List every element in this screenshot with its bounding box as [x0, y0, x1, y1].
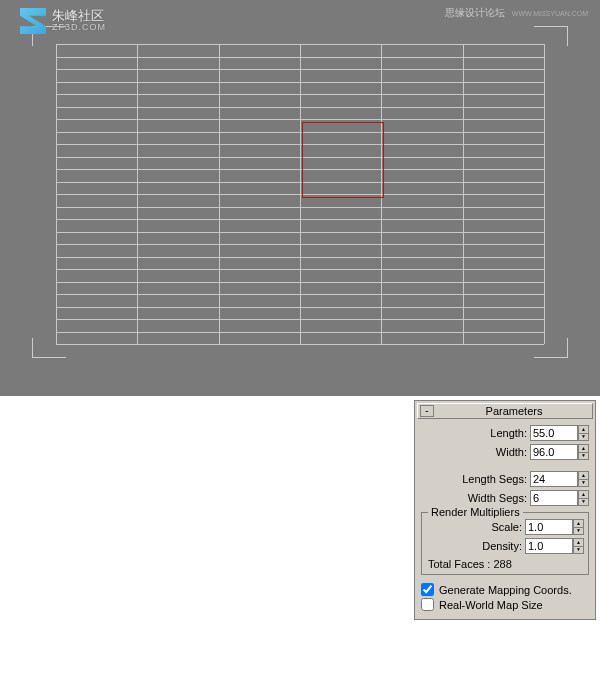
width-input[interactable] [530, 444, 578, 460]
length-input[interactable] [530, 425, 578, 441]
watermark-right: 思缘设计论坛 WWW.MISSYUAN.COM [445, 6, 588, 20]
total-faces-label: Total Faces : 288 [426, 558, 584, 570]
widthsegs-spinner[interactable]: ▲ ▼ [530, 490, 589, 506]
length-label: Length: [490, 427, 527, 439]
watermark-forum-url: WWW.MISSYUAN.COM [512, 10, 588, 17]
width-spinner[interactable]: ▲ ▼ [530, 444, 589, 460]
viewport[interactable]: 朱峰社区 ZF3D.COM 思缘设计论坛 WWW.MISSYUAN.COM [0, 0, 600, 396]
spinner-down-icon[interactable]: ▼ [573, 546, 584, 555]
collapse-button[interactable]: - [420, 405, 434, 417]
rollup-title: Parameters [436, 405, 592, 417]
grid-line-vertical [56, 44, 57, 344]
scale-label: Scale: [491, 521, 522, 533]
generate-mapping-checkbox[interactable] [421, 583, 434, 596]
watermark-forum: 思缘设计论坛 [445, 7, 505, 18]
logo-icon [20, 8, 46, 34]
spinner-up-icon[interactable]: ▲ [578, 425, 589, 433]
length-spinner[interactable]: ▲ ▼ [530, 425, 589, 441]
realworld-checkbox[interactable] [421, 598, 434, 611]
grid-line-vertical [219, 44, 220, 344]
grid-line-horizontal [56, 344, 544, 345]
realworld-label: Real-World Map Size [439, 599, 543, 611]
spinner-up-icon[interactable]: ▲ [578, 471, 589, 479]
parameters-panel: - Parameters Length: ▲ ▼ Width: ▲ ▼ [414, 400, 596, 620]
grid-line-vertical [463, 44, 464, 344]
panel-body: Length: ▲ ▼ Width: ▲ ▼ Length Segs: [415, 421, 595, 619]
spinner-down-icon[interactable]: ▼ [578, 479, 589, 488]
spinner-down-icon[interactable]: ▼ [573, 527, 584, 536]
grid-line-vertical [381, 44, 382, 344]
grid-line-vertical [300, 44, 301, 344]
watermark-subtitle: ZF3D.COM [52, 23, 106, 33]
density-input[interactable] [525, 538, 573, 554]
widthsegs-input[interactable] [530, 490, 578, 506]
watermark-left: 朱峰社区 ZF3D.COM [20, 8, 106, 34]
lengthsegs-label: Length Segs: [462, 473, 527, 485]
grid-line-vertical [544, 44, 545, 344]
density-label: Density: [482, 540, 522, 552]
scale-spinner[interactable]: ▲ ▼ [525, 519, 584, 535]
rollup-header[interactable]: - Parameters [417, 403, 593, 419]
spinner-up-icon[interactable]: ▲ [578, 490, 589, 498]
density-spinner[interactable]: ▲ ▼ [525, 538, 584, 554]
spinner-up-icon[interactable]: ▲ [578, 444, 589, 452]
generate-mapping-label: Generate Mapping Coords. [439, 584, 572, 596]
spinner-up-icon[interactable]: ▲ [573, 538, 584, 546]
render-multipliers-group: Render Multipliers Scale: ▲ ▼ Density: ▲ [421, 512, 589, 575]
spinner-up-icon[interactable]: ▲ [573, 519, 584, 527]
lengthsegs-spinner[interactable]: ▲ ▼ [530, 471, 589, 487]
widthsegs-label: Width Segs: [468, 492, 527, 504]
grid-line-vertical [137, 44, 138, 344]
width-label: Width: [496, 446, 527, 458]
scale-input[interactable] [525, 519, 573, 535]
render-multipliers-legend: Render Multipliers [428, 506, 523, 518]
watermark-left-text: 朱峰社区 ZF3D.COM [52, 9, 106, 33]
spinner-down-icon[interactable]: ▼ [578, 498, 589, 507]
grid-plane[interactable] [56, 44, 544, 344]
lengthsegs-input[interactable] [530, 471, 578, 487]
spinner-down-icon[interactable]: ▼ [578, 452, 589, 461]
spinner-down-icon[interactable]: ▼ [578, 433, 589, 442]
